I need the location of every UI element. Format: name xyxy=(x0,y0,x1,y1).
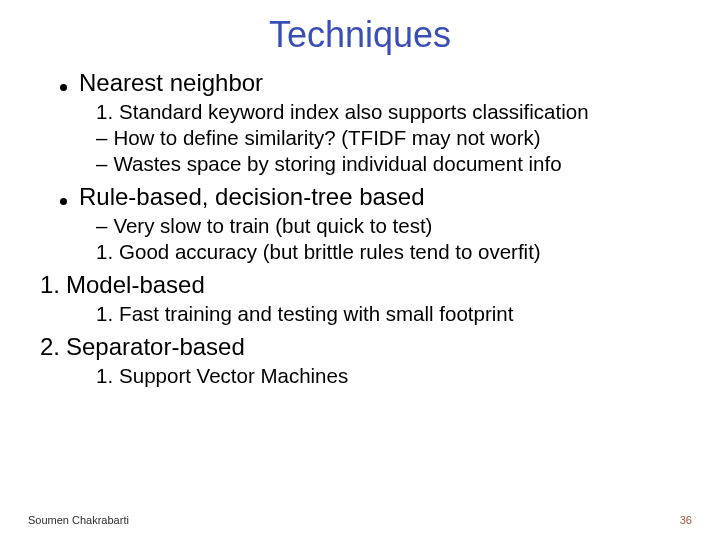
item-text: Fast training and testing with small foo… xyxy=(119,301,680,326)
item-text: Wastes space by storing individual docum… xyxy=(113,151,680,176)
list-item: – Very slow to train (but quick to test) xyxy=(96,213,680,238)
heading-text: Separator-based xyxy=(66,332,245,362)
list-item: – How to define similarity? (TFIDF may n… xyxy=(96,125,680,150)
section-heading: 2. Separator-based xyxy=(40,332,680,362)
item-text: Very slow to train (but quick to test) xyxy=(113,213,680,238)
heading-text: Nearest neighbor xyxy=(79,68,263,98)
item-text: Support Vector Machines xyxy=(119,363,680,388)
bullet-icon xyxy=(60,198,67,205)
footer-page-number: 36 xyxy=(680,514,692,526)
item-marker: – xyxy=(96,151,107,176)
item-marker: 1. xyxy=(96,363,113,388)
item-marker: 1. xyxy=(96,239,113,264)
item-marker: 1. xyxy=(96,99,113,124)
list-item: 1. Standard keyword index also supports … xyxy=(96,99,680,124)
item-marker: 1. xyxy=(96,301,113,326)
section-items: 1. Fast training and testing with small … xyxy=(96,301,680,326)
section-heading: Rule-based, decision-tree based xyxy=(60,182,680,212)
slide-title: Techniques xyxy=(0,0,720,62)
section-items: 1. Standard keyword index also supports … xyxy=(96,99,680,176)
list-item: 1. Good accuracy (but brittle rules tend… xyxy=(96,239,680,264)
section-items: 1. Support Vector Machines xyxy=(96,363,680,388)
section-number: 2. xyxy=(40,332,60,362)
slide: Techniques Nearest neighbor 1. Standard … xyxy=(0,0,720,540)
bullet-icon xyxy=(60,84,67,91)
item-marker: – xyxy=(96,213,107,238)
list-item: 1. Support Vector Machines xyxy=(96,363,680,388)
footer-author: Soumen Chakrabarti xyxy=(28,514,129,526)
item-text: Good accuracy (but brittle rules tend to… xyxy=(119,239,680,264)
section-heading: Nearest neighbor xyxy=(60,68,680,98)
section-items: – Very slow to train (but quick to test)… xyxy=(96,213,680,264)
section-heading: 1. Model-based xyxy=(40,270,680,300)
item-text: Standard keyword index also supports cla… xyxy=(119,99,680,124)
section-number: 1. xyxy=(40,270,60,300)
item-marker: – xyxy=(96,125,107,150)
list-item: – Wastes space by storing individual doc… xyxy=(96,151,680,176)
heading-text: Rule-based, decision-tree based xyxy=(79,182,425,212)
slide-content: Nearest neighbor 1. Standard keyword ind… xyxy=(0,68,720,388)
heading-text: Model-based xyxy=(66,270,205,300)
list-item: 1. Fast training and testing with small … xyxy=(96,301,680,326)
item-text: How to define similarity? (TFIDF may not… xyxy=(113,125,680,150)
